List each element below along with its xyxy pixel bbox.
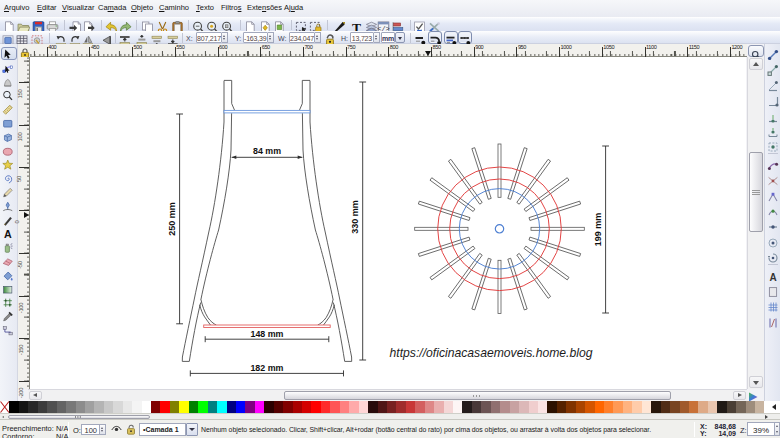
svg-text:https://oficinacasaemoveis.hom: https://oficinacasaemoveis.home.blog — [390, 345, 593, 360]
svg-text:84 mm: 84 mm — [253, 146, 281, 156]
svg-text:148 mm: 148 mm — [251, 329, 284, 339]
svg-text:182 mm: 182 mm — [250, 363, 283, 373]
svg-text:A: A — [4, 228, 12, 240]
svg-text:199 mm: 199 mm — [593, 213, 603, 247]
svg-text:330 mm: 330 mm — [350, 200, 360, 234]
svg-text:250 mm: 250 mm — [167, 202, 177, 236]
svg-text:A: A — [769, 272, 776, 283]
